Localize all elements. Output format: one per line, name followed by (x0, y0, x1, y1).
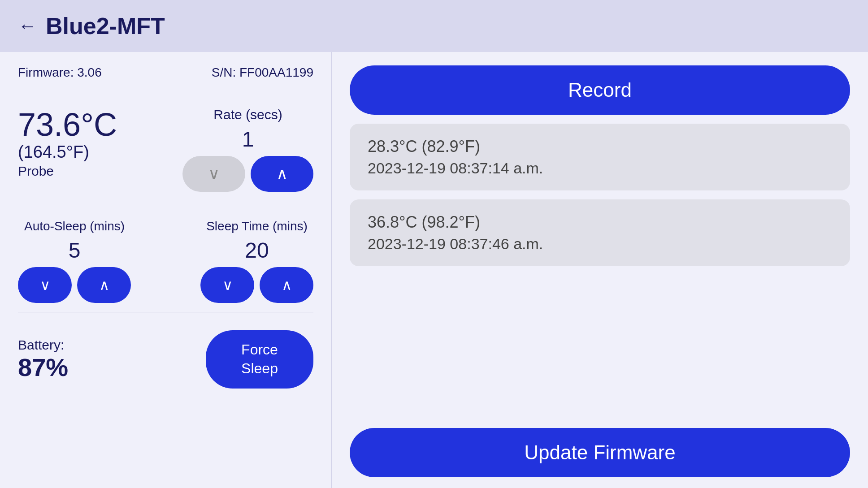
chevron-down-icon: ∨ (222, 276, 233, 294)
chevron-down-icon: ∨ (208, 164, 220, 183)
auto-sleep-label: Auto-Sleep (mins) (24, 219, 125, 233)
probe-label: Probe (18, 164, 54, 179)
reading-1-temperature: 28.3°C (82.9°F) (368, 137, 832, 156)
update-firmware-label: Update Firmware (524, 441, 675, 463)
back-button[interactable]: ← (18, 17, 37, 35)
chevron-up-icon: ∧ (282, 276, 292, 294)
auto-sleep-group: Auto-Sleep (mins) 5 ∨ ∧ (18, 219, 131, 303)
sleep-time-value: 20 (245, 238, 269, 263)
rate-buttons: ∨ ∧ (182, 156, 313, 192)
rate-section: Rate (secs) 1 ∨ ∧ (182, 107, 313, 192)
firmware-label: Firmware: 3.06 (18, 65, 102, 80)
auto-sleep-buttons: ∨ ∧ (18, 267, 131, 303)
temp-rate-section: 73.6°C (164.5°F) Probe Rate (secs) 1 ∨ ∧ (18, 98, 313, 201)
battery-label: Battery: (18, 337, 68, 353)
chevron-down-icon: ∨ (40, 276, 50, 294)
left-panel: Firmware: 3.06 S/N: FF00AA1199 73.6°C (1… (0, 52, 332, 488)
auto-sleep-value: 5 (69, 238, 81, 263)
auto-sleep-increment-button[interactable]: ∧ (77, 267, 131, 303)
reading-card-1: 28.3°C (82.9°F) 2023-12-19 08:37:14 a.m. (350, 124, 850, 190)
auto-sleep-decrement-button[interactable]: ∨ (18, 267, 72, 303)
temperature-celsius: 73.6°C (18, 107, 117, 143)
sleep-time-label: Sleep Time (mins) (206, 219, 308, 233)
force-sleep-label: ForceSleep (241, 341, 278, 378)
update-firmware-button[interactable]: Update Firmware (350, 428, 850, 477)
chevron-up-icon: ∧ (276, 164, 288, 183)
header: ← Blue2-MFT (0, 0, 868, 52)
reading-card-2: 36.8°C (98.2°F) 2023-12-19 08:37:46 a.m. (350, 199, 850, 266)
rate-value: 1 (242, 127, 254, 151)
sleep-time-decrement-button[interactable]: ∨ (200, 267, 254, 303)
record-button[interactable]: Record (350, 65, 850, 115)
record-label: Record (568, 79, 632, 101)
battery-value: 87% (18, 353, 68, 382)
reading-2-timestamp: 2023-12-19 08:37:46 a.m. (368, 235, 832, 253)
sleep-section: Auto-Sleep (mins) 5 ∨ ∧ Sleep Time (mins… (18, 210, 313, 312)
chevron-up-icon: ∧ (99, 276, 109, 294)
battery-force-section: Battery: 87% ForceSleep (18, 321, 313, 397)
temperature-fahrenheit: (164.5°F) (18, 143, 89, 162)
rate-decrement-button[interactable]: ∨ (182, 156, 245, 192)
sleep-time-buttons: ∨ ∧ (200, 267, 313, 303)
force-sleep-button[interactable]: ForceSleep (206, 330, 313, 389)
rate-label: Rate (secs) (213, 107, 282, 122)
reading-2-temperature: 36.8°C (98.2°F) (368, 213, 832, 232)
serial-label: S/N: FF00AA1199 (212, 65, 313, 80)
right-panel: Record 28.3°C (82.9°F) 2023-12-19 08:37:… (332, 52, 868, 488)
sleep-time-group: Sleep Time (mins) 20 ∨ ∧ (200, 219, 313, 303)
device-title: Blue2-MFT (46, 13, 165, 39)
main-content: Firmware: 3.06 S/N: FF00AA1199 73.6°C (1… (0, 52, 868, 488)
reading-1-timestamp: 2023-12-19 08:37:14 a.m. (368, 160, 832, 177)
temperature-display: 73.6°C (164.5°F) Probe (18, 107, 117, 179)
battery-info: Battery: 87% (18, 337, 68, 382)
rate-increment-button[interactable]: ∧ (251, 156, 313, 192)
firmware-row: Firmware: 3.06 S/N: FF00AA1199 (18, 65, 313, 89)
sleep-time-increment-button[interactable]: ∧ (260, 267, 313, 303)
